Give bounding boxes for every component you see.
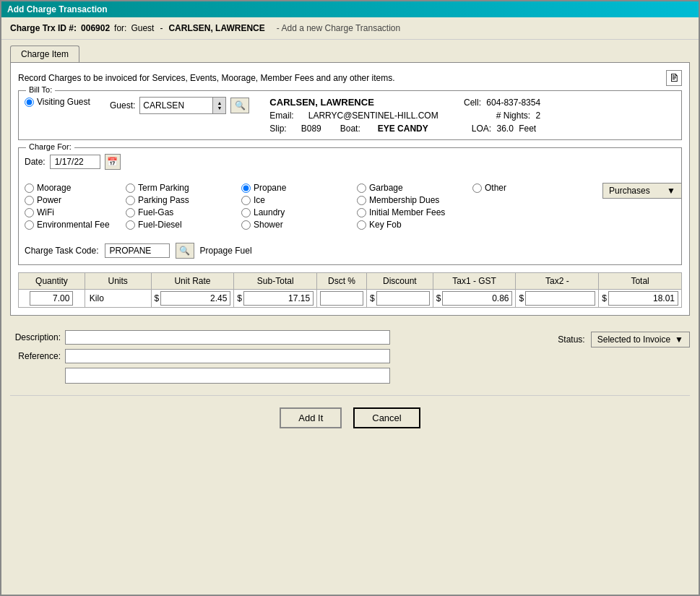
guest-arrow-btn[interactable]: ▲▼ bbox=[212, 98, 225, 113]
unit-rate-input[interactable] bbox=[160, 291, 230, 306]
radio-other[interactable]: Other bbox=[472, 183, 588, 193]
col-units: Units bbox=[85, 273, 151, 290]
charge-table: Quantity Units Unit Rate Sub-Total Dsct … bbox=[18, 272, 682, 308]
status-label: Status: bbox=[558, 334, 584, 345]
radio-moorage[interactable]: Moorage bbox=[25, 183, 126, 193]
cancel-button[interactable]: Cancel bbox=[353, 407, 420, 428]
total-input[interactable] bbox=[608, 291, 678, 306]
cell-sub-total: $ bbox=[234, 290, 317, 308]
cell-discount: $ bbox=[366, 290, 433, 308]
nights-info: # Nights: 2 bbox=[496, 111, 540, 121]
cell-info: Cell: 604-837-8354 bbox=[464, 98, 540, 108]
info-text-row: Record Charges to be invoiced for Servic… bbox=[18, 70, 682, 86]
task-code-label: Charge Task Code: bbox=[25, 246, 99, 256]
task-lookup-btn[interactable]: 🔍 bbox=[176, 243, 194, 259]
memo-row bbox=[10, 368, 690, 384]
radio-propane[interactable]: Propane bbox=[241, 183, 357, 193]
task-desc: Propage Fuel bbox=[200, 246, 252, 256]
slip-label: Slip: bbox=[269, 124, 286, 134]
guest-info-right: CARLSEN, LAWRENCE Cell: 604-837-8354 Ema… bbox=[269, 97, 540, 134]
add-note: - Add a new Charge Transaction bbox=[277, 23, 400, 33]
purchases-area: Purchases ▼ bbox=[595, 183, 682, 230]
radio-garbage[interactable]: Garbage bbox=[357, 183, 472, 193]
button-row: Add It Cancel bbox=[1, 396, 699, 440]
status-area: Status: Selected to Invoice ▼ bbox=[558, 332, 690, 347]
radio-env-fee[interactable]: Environmental Fee bbox=[25, 220, 126, 230]
radio-term-parking[interactable]: Term Parking bbox=[126, 183, 241, 193]
tax2-input[interactable] bbox=[525, 291, 595, 306]
info-text: Record Charges to be invoiced for Servic… bbox=[18, 73, 395, 83]
radio-fuel-diesel[interactable]: Fuel-Diesel bbox=[126, 220, 241, 230]
charge-for-section: Charge For: Date: 📅 Moorage bbox=[18, 147, 682, 265]
add-it-button[interactable]: Add It bbox=[280, 407, 342, 428]
col-total: Total bbox=[599, 273, 682, 290]
radio-power[interactable]: Power bbox=[25, 195, 126, 205]
units-value: Kilo bbox=[90, 293, 104, 303]
table-row: Kilo $ $ bbox=[19, 290, 682, 308]
desc-ref-area: Description: Status: Selected to Invoice… bbox=[1, 323, 699, 395]
guest-selector[interactable]: ▲▼ bbox=[139, 97, 226, 114]
title-bar: Add Charge Transaction bbox=[1, 1, 699, 17]
desc-label: Description: bbox=[10, 332, 61, 342]
col-sub-total: Sub-Total bbox=[234, 273, 317, 290]
visiting-guest-option[interactable]: Visiting Guest bbox=[25, 97, 104, 107]
email-row: Email: LARRYC@SENTINEL-HILL.COM # Nights… bbox=[269, 111, 540, 121]
charge-trx-label: Charge Trx ID #: bbox=[10, 23, 77, 33]
description-row: Description: bbox=[10, 330, 390, 345]
radio-parking-pass[interactable]: Parking Pass bbox=[126, 195, 241, 205]
cell-dsct-pct bbox=[317, 290, 367, 308]
status-dropdown[interactable]: Selected to Invoice ▼ bbox=[591, 332, 690, 347]
cell-quantity bbox=[19, 290, 85, 308]
info-icon[interactable]: 🖹 bbox=[666, 70, 682, 86]
cell-label: Cell: bbox=[464, 98, 481, 108]
radio-wifi[interactable]: WiFi bbox=[25, 207, 126, 217]
date-input[interactable] bbox=[50, 155, 100, 169]
radio-key-fob[interactable]: Key Fob bbox=[357, 220, 472, 230]
purchases-label: Purchases bbox=[609, 186, 650, 196]
discount-input[interactable] bbox=[376, 291, 430, 306]
task-code-input[interactable] bbox=[105, 243, 170, 258]
calendar-btn[interactable]: 📅 bbox=[105, 154, 121, 170]
loa-info: LOA: 36.0 Feet bbox=[472, 124, 536, 134]
dsct-pct-input[interactable] bbox=[320, 291, 363, 306]
charge-item-tab[interactable]: Charge Item bbox=[10, 46, 79, 62]
charge-type-radios: Moorage Term Parking Propane Garbage Oth bbox=[25, 183, 588, 230]
boat-label: Boat: bbox=[340, 124, 360, 134]
date-label: Date: bbox=[25, 157, 46, 167]
quantity-input[interactable] bbox=[30, 291, 73, 306]
guest-lookup-btn[interactable]: 🔍 bbox=[230, 98, 249, 113]
col-tax2: Tax2 - bbox=[516, 273, 599, 290]
radio-initial-member-fees[interactable]: Initial Member Fees bbox=[357, 207, 472, 217]
purchases-dropdown[interactable]: Purchases ▼ bbox=[602, 183, 682, 199]
guest-input[interactable] bbox=[140, 99, 212, 112]
guest-field-area: Guest: ▲▼ 🔍 bbox=[110, 97, 249, 114]
cell-value: 604-837-8354 bbox=[486, 98, 540, 108]
title-bar-label: Add Charge Transaction bbox=[7, 4, 108, 14]
col-discount: Discount bbox=[366, 273, 433, 290]
col-unit-rate: Unit Rate bbox=[151, 273, 234, 290]
radio-ice[interactable]: Ice bbox=[241, 195, 357, 205]
col-quantity: Quantity bbox=[19, 273, 85, 290]
radio-fuel-gas[interactable]: Fuel-Gas bbox=[126, 207, 241, 217]
slip-value: B089 bbox=[301, 124, 321, 134]
description-input[interactable] bbox=[65, 330, 390, 345]
bill-to-label: Bill To: bbox=[26, 85, 55, 94]
tax1-input[interactable] bbox=[442, 291, 512, 306]
radio-membership-dues[interactable]: Membership Dues bbox=[357, 195, 472, 205]
status-value: Selected to Invoice bbox=[597, 334, 670, 345]
radio-shower[interactable]: Shower bbox=[241, 220, 357, 230]
charge-for-label: Charge For: bbox=[26, 142, 74, 151]
sub-total-input[interactable] bbox=[243, 291, 314, 306]
visiting-guest-radio[interactable] bbox=[25, 98, 34, 107]
radio-laundry[interactable]: Laundry bbox=[241, 207, 357, 217]
desc-status-row: Description: Status: Selected to Invoice… bbox=[10, 330, 690, 349]
memo-input[interactable] bbox=[65, 368, 390, 384]
radio-and-purchases: Moorage Term Parking Propane Garbage Oth bbox=[25, 183, 675, 230]
main-window: Add Charge Transaction Charge Trx ID #: … bbox=[0, 0, 700, 596]
status-chevron-icon: ▼ bbox=[675, 334, 683, 345]
guest-label: Guest bbox=[131, 23, 154, 33]
reference-input[interactable] bbox=[65, 349, 390, 363]
task-row: Charge Task Code: 🔍 Propage Fuel bbox=[25, 243, 675, 259]
cell-unit-rate: $ bbox=[151, 290, 234, 308]
charge-trx-value: 006902 bbox=[81, 23, 110, 33]
